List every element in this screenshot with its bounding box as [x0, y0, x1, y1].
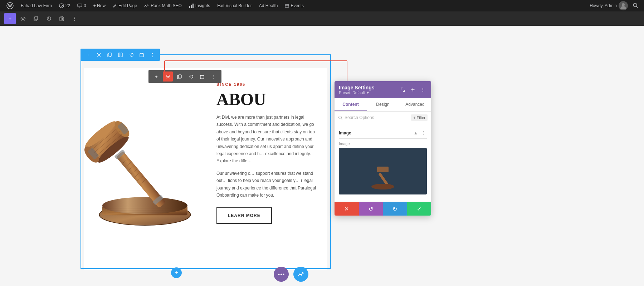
module-settings-btn[interactable]: [163, 72, 173, 82]
svg-point-53: [278, 273, 280, 275]
divi-trash-btn[interactable]: [56, 13, 67, 24]
svg-rect-23: [179, 75, 181, 78]
section-more-btn[interactable]: ⋮: [148, 50, 157, 59]
section-copy-btn[interactable]: [105, 50, 114, 59]
section-trash-btn[interactable]: [137, 50, 146, 59]
panel-preset[interactable]: Preset: Default ▼: [339, 90, 375, 95]
accordion-actions: ▲ ⋮: [413, 130, 427, 136]
svg-rect-6: [192, 4, 194, 8]
events[interactable]: Events: [281, 0, 307, 11]
search-icon[interactable]: [630, 3, 641, 9]
tab-advanced[interactable]: Advanced: [399, 98, 431, 111]
image-settings-panel: Image Settings Preset: Default ▼ ⋮ Conte…: [335, 81, 431, 216]
svg-text:W: W: [8, 4, 12, 8]
edit-page-button[interactable]: Edit Page: [109, 0, 141, 11]
main-area: + ⋮ +: [0, 26, 644, 286]
section-settings-btn[interactable]: [94, 50, 103, 59]
panel-body: Image ▲ ⋮ Image: [335, 124, 431, 202]
svg-rect-13: [35, 16, 38, 20]
accordion-header[interactable]: Image ▲ ⋮: [339, 128, 427, 139]
chart-float-button[interactable]: [293, 267, 308, 282]
panel-cancel-btn[interactable]: ✕: [335, 202, 359, 216]
panel-header-actions: ⋮: [399, 86, 427, 94]
since-label: SINCE 1965: [216, 82, 317, 87]
svg-rect-19: [121, 53, 122, 57]
admin-right: Howdy, Admin: [590, 1, 641, 11]
image-field-label: Image: [339, 142, 427, 146]
comments-count: 0: [84, 3, 86, 8]
svg-rect-3: [78, 4, 82, 7]
about-paragraph-1: At Divi, we are more than just partners …: [216, 114, 317, 165]
image-column: [84, 68, 206, 270]
divi-toolbar: + ⋮: [0, 11, 644, 26]
svg-rect-17: [109, 53, 112, 56]
site-name[interactable]: Fahad Law Firm: [17, 0, 55, 11]
panel-expand-btn[interactable]: [399, 86, 407, 94]
svg-point-28: [102, 197, 187, 214]
module-power-btn[interactable]: [186, 72, 196, 82]
module-trash-btn[interactable]: [197, 72, 207, 82]
panel-menu-btn[interactable]: ⋮: [419, 86, 427, 94]
module-more-btn[interactable]: ⋮: [209, 72, 219, 82]
divi-settings-btn[interactable]: [17, 13, 29, 24]
divi-copy-btn[interactable]: [30, 13, 42, 24]
about-heading: ABOU: [216, 91, 317, 108]
svg-point-64: [371, 184, 394, 189]
panel-resize-btn[interactable]: [409, 86, 417, 94]
svg-rect-62: [377, 167, 389, 172]
panel-header: Image Settings Preset: Default ▼ ⋮: [335, 81, 431, 98]
two-column-section: SINCE 1965 ABOU At Divi, we are more tha…: [84, 68, 327, 270]
tab-design[interactable]: Design: [367, 98, 399, 111]
svg-rect-7: [285, 4, 289, 8]
new-button[interactable]: + New: [90, 0, 109, 11]
svg-point-60: [339, 116, 342, 119]
module-copy-btn[interactable]: [174, 72, 184, 82]
accordion-menu-btn[interactable]: ⋮: [420, 130, 427, 136]
divi-power-btn[interactable]: [43, 13, 54, 24]
add-item-button[interactable]: +: [171, 267, 182, 278]
svg-point-54: [280, 273, 282, 275]
svg-point-9: [622, 3, 625, 6]
panel-search-bar: + Filter: [335, 112, 431, 124]
svg-rect-4: [189, 6, 190, 8]
wp-admin-bar: W Fahad Law Firm 22 0 + New Edit Page Ra…: [0, 0, 644, 11]
svg-point-11: [22, 18, 24, 20]
accordion-collapse-btn[interactable]: ▲: [413, 130, 419, 136]
dots-float-button[interactable]: [274, 267, 289, 282]
divi-more-btn[interactable]: ⋮: [69, 13, 80, 24]
section-power-btn[interactable]: [126, 50, 136, 59]
section-columns-btn[interactable]: [116, 50, 125, 59]
panel-redo-btn[interactable]: ↻: [383, 202, 407, 216]
section-add-btn[interactable]: +: [83, 50, 93, 59]
comments[interactable]: 0: [74, 0, 90, 11]
insights[interactable]: Insights: [185, 0, 214, 11]
rank-math[interactable]: Rank Math SEO: [141, 0, 185, 11]
svg-rect-18: [118, 53, 120, 57]
svg-point-15: [98, 54, 99, 55]
image-preview[interactable]: [339, 148, 427, 194]
exit-visual-builder[interactable]: Exit Visual Builder: [214, 0, 255, 11]
site-name-label: Fahad Law Firm: [21, 3, 52, 8]
accordion-title: Image: [339, 130, 351, 135]
section-toolbar: + ⋮: [80, 49, 160, 61]
text-column: SINCE 1965 ABOU At Divi, we are more tha…: [206, 68, 327, 270]
learn-more-button[interactable]: Learn More: [216, 207, 272, 224]
panel-save-btn[interactable]: ✓: [407, 202, 431, 216]
filter-button[interactable]: + Filter: [411, 114, 428, 121]
panel-title: Image Settings: [339, 85, 375, 90]
svg-rect-24: [200, 75, 204, 79]
svg-point-55: [283, 273, 284, 275]
page-content: + ⋮ +: [0, 26, 644, 286]
updates-count[interactable]: 22: [55, 0, 74, 11]
svg-rect-5: [191, 5, 192, 8]
ad-health[interactable]: Ad Health: [255, 0, 282, 11]
module-add-btn[interactable]: +: [151, 72, 161, 82]
tab-content[interactable]: Content: [335, 98, 367, 111]
divi-add-btn[interactable]: +: [4, 13, 16, 24]
about-paragraph-2: Our unwavering c… support ensures that w…: [216, 170, 317, 199]
wp-logo[interactable]: W: [3, 0, 17, 11]
search-options-input[interactable]: [345, 115, 409, 120]
updates-number: 22: [65, 3, 70, 8]
panel-undo-btn[interactable]: ↺: [359, 202, 383, 216]
svg-rect-20: [140, 54, 143, 57]
